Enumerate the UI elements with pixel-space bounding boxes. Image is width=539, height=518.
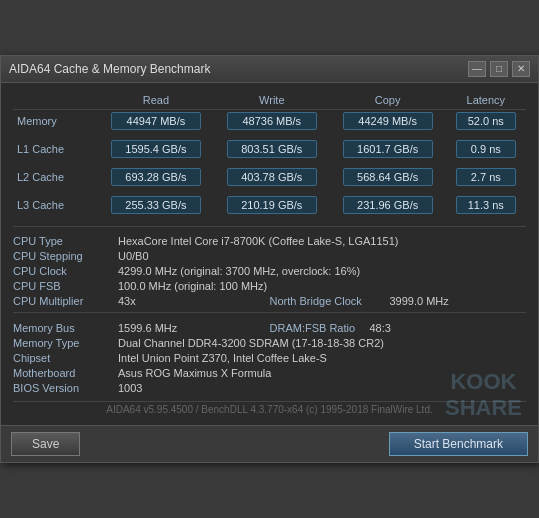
table-row: L1 Cache1595.4 GB/s803.51 GB/s1601.7 GB/… <box>13 138 526 160</box>
header-copy: Copy <box>330 91 446 110</box>
cpu-stepping-row: CPU Stepping U0/B0 <box>13 248 526 263</box>
bios-row: BIOS Version 1003 <box>13 380 526 395</box>
row-label: L2 Cache <box>13 166 98 188</box>
benchmark-table: Read Write Copy Latency Memory44947 MB/s… <box>13 91 526 216</box>
dram-fsb-half: DRAM:FSB Ratio 48:3 <box>270 322 527 334</box>
l1-cache-latency: 0.9 ns <box>456 140 516 158</box>
cpu-type-value: HexaCore Intel Core i7-8700K (Coffee Lak… <box>118 235 526 247</box>
memory-read: 44947 MB/s <box>111 112 201 130</box>
memory-type-label: Memory Type <box>13 337 118 349</box>
bottom-bar: Save Start Benchmark <box>1 425 538 462</box>
bios-label: BIOS Version <box>13 382 118 394</box>
cpu-multiplier-value: 43x <box>118 295 270 307</box>
l1-cache-read: 1595.4 GB/s <box>111 140 201 158</box>
l1-cache-write: 803.51 GB/s <box>227 140 317 158</box>
memory-bus-value: 1599.6 MHz <box>118 322 270 334</box>
cpu-clock-value: 4299.0 MHz (original: 3700 MHz, overcloc… <box>118 265 526 277</box>
cpu-fsb-row: CPU FSB 100.0 MHz (original: 100 MHz) <box>13 278 526 293</box>
row-label: L3 Cache <box>13 194 98 216</box>
info-section: CPU Type HexaCore Intel Core i7-8700K (C… <box>13 226 526 395</box>
memory-copy: 44249 MB/s <box>343 112 433 130</box>
cpu-clock-row: CPU Clock 4299.0 MHz (original: 3700 MHz… <box>13 263 526 278</box>
row-label: Memory <box>13 110 98 133</box>
north-bridge-label: North Bridge Clock <box>270 295 390 307</box>
chipset-row: Chipset Intel Union Point Z370, Intel Co… <box>13 350 526 365</box>
bios-value: 1003 <box>118 382 526 394</box>
dram-fsb-value: 48:3 <box>370 322 527 334</box>
memory-type-row: Memory Type Dual Channel DDR4-3200 SDRAM… <box>13 335 526 350</box>
content-area: Read Write Copy Latency Memory44947 MB/s… <box>1 83 538 425</box>
motherboard-row: Motherboard Asus ROG Maximus X Formula <box>13 365 526 380</box>
cpu-multiplier-row: CPU Multiplier 43x North Bridge Clock 39… <box>13 293 526 308</box>
title-bar: AIDA64 Cache & Memory Benchmark — □ ✕ <box>1 56 538 83</box>
l3-cache-copy: 231.96 GB/s <box>343 196 433 214</box>
l3-cache-read: 255.33 GB/s <box>111 196 201 214</box>
header-label-col <box>13 91 98 110</box>
table-row: L3 Cache255.33 GB/s210.19 GB/s231.96 GB/… <box>13 194 526 216</box>
north-bridge-value: 3999.0 MHz <box>390 295 527 307</box>
dram-fsb-label: DRAM:FSB Ratio <box>270 322 370 334</box>
cpu-fsb-label: CPU FSB <box>13 280 118 292</box>
north-bridge-half: North Bridge Clock 3999.0 MHz <box>270 295 527 307</box>
header-read: Read <box>98 91 214 110</box>
cpu-stepping-label: CPU Stepping <box>13 250 118 262</box>
l2-cache-copy: 568.64 GB/s <box>343 168 433 186</box>
cpu-stepping-value: U0/B0 <box>118 250 526 262</box>
table-row: Memory44947 MB/s48736 MB/s44249 MB/s52.0… <box>13 110 526 133</box>
row-label: L1 Cache <box>13 138 98 160</box>
footer-area: AIDA64 v5.95.4500 / BenchDLL 4.3.770-x64… <box>13 401 526 417</box>
motherboard-value: Asus ROG Maximus X Formula <box>118 367 526 379</box>
memory-write: 48736 MB/s <box>227 112 317 130</box>
l1-cache-copy: 1601.7 GB/s <box>343 140 433 158</box>
window-controls: — □ ✕ <box>468 61 530 77</box>
cpu-type-label: CPU Type <box>13 235 118 247</box>
version-text: AIDA64 v5.95.4500 / BenchDLL 4.3.770-x64… <box>106 404 433 415</box>
window-title: AIDA64 Cache & Memory Benchmark <box>9 62 210 76</box>
chipset-value: Intel Union Point Z370, Intel Coffee Lak… <box>118 352 526 364</box>
save-button[interactable]: Save <box>11 432 80 456</box>
l3-cache-latency: 11.3 ns <box>456 196 516 214</box>
l2-cache-latency: 2.7 ns <box>456 168 516 186</box>
table-row: L2 Cache693.28 GB/s403.78 GB/s568.64 GB/… <box>13 166 526 188</box>
memory-type-value: Dual Channel DDR4-3200 SDRAM (17-18-18-3… <box>118 337 526 349</box>
cpu-fsb-value: 100.0 MHz (original: 100 MHz) <box>118 280 526 292</box>
header-latency: Latency <box>446 91 526 110</box>
cpu-multiplier-half: CPU Multiplier 43x <box>13 295 270 307</box>
cpu-clock-label: CPU Clock <box>13 265 118 277</box>
memory-bus-half: Memory Bus 1599.6 MHz <box>13 322 270 334</box>
maximize-button[interactable]: □ <box>490 61 508 77</box>
close-button[interactable]: ✕ <box>512 61 530 77</box>
chipset-label: Chipset <box>13 352 118 364</box>
cpu-multiplier-label: CPU Multiplier <box>13 295 118 307</box>
l2-cache-write: 403.78 GB/s <box>227 168 317 186</box>
minimize-button[interactable]: — <box>468 61 486 77</box>
cpu-type-row: CPU Type HexaCore Intel Core i7-8700K (C… <box>13 233 526 248</box>
start-benchmark-button[interactable]: Start Benchmark <box>389 432 528 456</box>
header-write: Write <box>214 91 330 110</box>
memory-latency: 52.0 ns <box>456 112 516 130</box>
l2-cache-read: 693.28 GB/s <box>111 168 201 186</box>
memory-bus-row: Memory Bus 1599.6 MHz DRAM:FSB Ratio 48:… <box>13 320 526 335</box>
motherboard-label: Motherboard <box>13 367 118 379</box>
main-window: AIDA64 Cache & Memory Benchmark — □ ✕ Re… <box>0 55 539 463</box>
memory-bus-label: Memory Bus <box>13 322 118 334</box>
l3-cache-write: 210.19 GB/s <box>227 196 317 214</box>
